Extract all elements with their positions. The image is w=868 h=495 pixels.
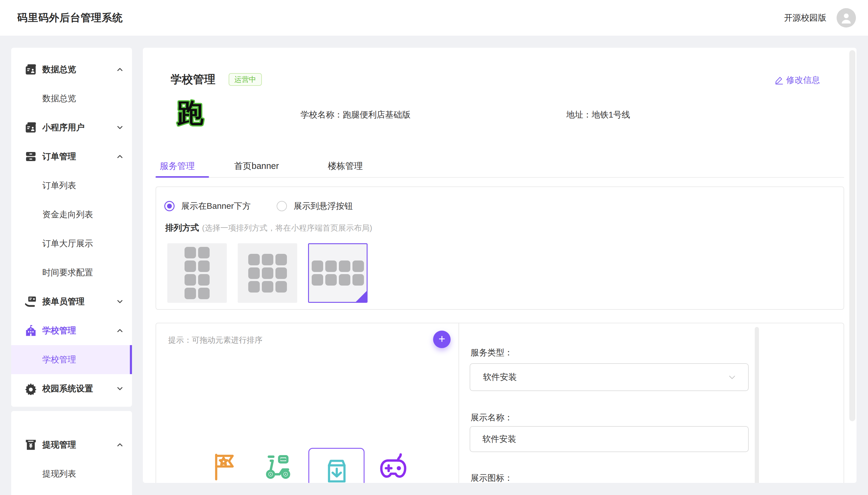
grid-cell bbox=[248, 268, 260, 279]
display-position-radios: 展示在Banner下方展示到悬浮按钮 bbox=[164, 200, 353, 212]
grid-cell bbox=[325, 274, 337, 286]
radio-label-0[interactable]: 展示在Banner下方 bbox=[181, 200, 251, 212]
layout-grid-preview bbox=[312, 260, 364, 286]
sidebar-item-6[interactable]: 订单大厅展示 bbox=[11, 229, 132, 258]
grid-cell bbox=[276, 268, 287, 279]
grid-cell bbox=[184, 274, 196, 286]
display-name-input[interactable] bbox=[470, 426, 749, 452]
radio-0-selected[interactable] bbox=[164, 201, 175, 211]
tab-0[interactable]: 服务管理 bbox=[160, 156, 195, 177]
chevron-up-icon bbox=[116, 326, 124, 335]
grid-cell bbox=[198, 247, 210, 258]
school-address: 地址：地铁1号线 bbox=[566, 109, 630, 121]
school-logo: 跑 bbox=[177, 99, 203, 128]
grid-cell bbox=[352, 260, 364, 272]
menu-label: 学校管理 bbox=[42, 354, 76, 365]
sidebar-secondary: 提现管理提现列表 bbox=[11, 411, 132, 495]
gear-icon bbox=[24, 382, 37, 395]
radio-1[interactable] bbox=[277, 201, 287, 211]
menu-label: 提现管理 bbox=[42, 439, 76, 450]
service-icon-package-selected[interactable] bbox=[308, 448, 365, 483]
layout-option-2x4[interactable] bbox=[167, 243, 227, 303]
user-avatar[interactable] bbox=[837, 8, 856, 28]
display-icon-label: 展示图标： bbox=[471, 472, 513, 483]
idcard-icon bbox=[24, 121, 37, 134]
grid-cell bbox=[276, 254, 287, 265]
sidebar-group-11[interactable]: 校园系统设置 bbox=[11, 374, 132, 403]
grid-cell bbox=[262, 268, 273, 279]
menu-label: 订单管理 bbox=[42, 151, 76, 162]
person-icon bbox=[839, 11, 853, 25]
menu-label: 数据总览 bbox=[42, 93, 76, 104]
tab-1[interactable]: 首页banner bbox=[234, 156, 279, 177]
grid-cell bbox=[198, 274, 210, 286]
grid-cell bbox=[184, 260, 196, 272]
sidebar-item-1[interactable]: 数据总览 bbox=[11, 84, 132, 113]
sidebar-group-0[interactable]: 提现管理 bbox=[11, 430, 132, 459]
page-title: 学校管理 bbox=[171, 72, 215, 87]
grid-cell bbox=[248, 281, 260, 292]
sidebar-group-0[interactable]: 数据总览 bbox=[11, 55, 132, 84]
sidebar-group-9[interactable]: 学校管理 bbox=[11, 316, 132, 345]
sidebar-item-1[interactable]: 提现列表 bbox=[11, 459, 132, 488]
grid-cell bbox=[262, 254, 273, 265]
app-title: 码里码外后台管理系统 bbox=[17, 11, 123, 25]
handcard-icon bbox=[24, 295, 37, 308]
grid-cell bbox=[312, 260, 323, 272]
chevron-up-icon bbox=[116, 152, 124, 161]
service-type-label: 服务类型： bbox=[471, 347, 513, 358]
service-icon-gamepad[interactable] bbox=[377, 450, 409, 482]
sidebar-group-2[interactable]: 小程序用户 bbox=[11, 113, 132, 142]
layout-option-3x3[interactable] bbox=[238, 243, 297, 303]
menu-label: 提现列表 bbox=[42, 468, 76, 480]
grid-cell bbox=[198, 260, 210, 272]
service-icon-scooter[interactable] bbox=[263, 450, 294, 482]
layout-option-4x2-selected[interactable] bbox=[308, 243, 368, 303]
header-right: 开源校园版 bbox=[784, 8, 856, 28]
tab-2[interactable]: 楼栋管理 bbox=[328, 156, 363, 177]
drag-sort-tip: 提示：可拖动元素进行排序 bbox=[168, 335, 263, 345]
sidebar-item-5[interactable]: 资金走向列表 bbox=[11, 200, 132, 229]
edit-info-label: 修改信息 bbox=[786, 74, 820, 86]
grid-cell bbox=[198, 288, 210, 299]
sidebar-group-3[interactable]: 订单管理 bbox=[11, 142, 132, 171]
status-badge: 运营中 bbox=[229, 73, 262, 86]
pencil-icon bbox=[775, 75, 784, 85]
menu-label: 订单列表 bbox=[42, 180, 76, 191]
sidebar-group-8[interactable]: 接单员管理 bbox=[11, 287, 132, 316]
edition-label[interactable]: 开源校园版 bbox=[784, 12, 826, 23]
school-name: 学校名称：跑腿便利店基础版 bbox=[301, 109, 410, 121]
grid-cell bbox=[339, 274, 350, 286]
service-icon-flag[interactable] bbox=[210, 451, 239, 480]
tab-bar: 服务管理首页banner楼栋管理 bbox=[156, 156, 844, 178]
main-scrollbar[interactable] bbox=[849, 50, 855, 421]
sidebar-item-4[interactable]: 订单列表 bbox=[11, 171, 132, 200]
grid-cell bbox=[184, 288, 196, 299]
grid-cell bbox=[352, 274, 364, 286]
chevron-up-icon bbox=[116, 441, 124, 449]
radio-label-1[interactable]: 展示到悬浮按钮 bbox=[294, 200, 353, 212]
active-tab-indicator bbox=[156, 176, 209, 178]
service-config-panel: 提示：可拖动元素进行排序 + 服务类型： 软件安装 展示名称： 展示图标： bbox=[156, 323, 844, 483]
service-form: 服务类型： 软件安装 展示名称： 展示图标： bbox=[459, 323, 844, 483]
display-settings-panel: 展示在Banner下方展示到悬浮按钮 排列方式(选择一项排列方式，将在小程序端首… bbox=[156, 186, 844, 310]
sidebar-item-7[interactable]: 时间要求配置 bbox=[11, 258, 132, 287]
edit-info-link[interactable]: 修改信息 bbox=[775, 74, 820, 86]
layout-options bbox=[167, 243, 368, 303]
sidebar-item-10[interactable]: 学校管理 bbox=[11, 345, 132, 374]
chevron-down-icon bbox=[727, 372, 737, 382]
drawer-icon bbox=[24, 150, 37, 163]
school-icon bbox=[24, 324, 37, 337]
menu-label: 校园系统设置 bbox=[42, 383, 93, 394]
add-service-button[interactable]: + bbox=[433, 330, 450, 348]
chevron-down-icon bbox=[116, 297, 124, 306]
menu-label: 学校管理 bbox=[42, 325, 76, 336]
atm-icon bbox=[24, 439, 37, 451]
grid-cell bbox=[262, 281, 273, 292]
menu-label: 时间要求配置 bbox=[42, 267, 93, 278]
app-header: 码里码外后台管理系统 开源校园版 bbox=[0, 0, 868, 36]
form-scrollbar[interactable] bbox=[755, 327, 759, 483]
service-type-select[interactable]: 软件安装 bbox=[470, 363, 749, 391]
display-name-label: 展示名称： bbox=[471, 412, 513, 423]
package-icon bbox=[322, 457, 351, 483]
